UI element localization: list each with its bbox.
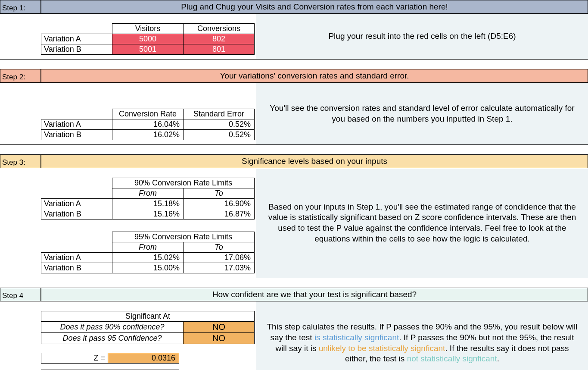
step2-label: Step 2:: [0, 69, 41, 83]
conversions-input[interactable]: 801: [184, 44, 255, 55]
limits90-title: 90% Conversion Rate Limits: [112, 178, 255, 188]
step4-header: Step 4 How confident are we that your te…: [0, 288, 588, 301]
header-from: From: [112, 242, 184, 253]
step2-header: Step 2: Your variations' conversion rate…: [0, 69, 588, 83]
step4-banner: How confident are we that your test is s…: [41, 288, 588, 301]
a90: NO: [184, 322, 255, 333]
to-cell: 17.06%: [184, 253, 255, 263]
table-row: Does it pass 90% confidence? NO: [41, 322, 255, 333]
table-row: Variation B 5001 801: [41, 44, 255, 55]
step3-header: Step 3: Significance levels based on you…: [0, 154, 588, 168]
step1-input-table: Visitors Conversions Variation A 5000 80…: [41, 23, 255, 55]
table-row: Variation A 16.04% 0.52%: [41, 119, 255, 130]
step1-label: Step 1:: [0, 0, 41, 14]
z-label: Z =: [41, 353, 108, 364]
table-row: Variation A 5000 802: [41, 34, 255, 44]
step3-banner: Significance levels based on your inputs: [41, 154, 588, 168]
step2-banner: Your variations' conversion rates and st…: [41, 69, 588, 83]
table-row: Variation A 15.18% 16.90%: [41, 199, 255, 209]
variation-label: Variation B: [41, 44, 112, 55]
se-cell: 0.52%: [184, 119, 255, 130]
to-cell: 17.03%: [184, 263, 255, 273]
q95: Does it pass 95 Confidence?: [41, 333, 184, 344]
step1-banner: Plug and Chug your Visits and Conversion…: [41, 0, 588, 14]
step3-description: Based on your inputs in Step 1, you'll s…: [256, 168, 588, 278]
step4-body: Significant At Does it pass 90% confiden…: [0, 301, 588, 370]
limits95-title: 95% Conversion Rate Limits: [112, 232, 255, 242]
rate-cell: 16.04%: [112, 119, 184, 130]
q90: Does it pass 90% confidence?: [41, 322, 184, 333]
to-cell: 16.87%: [184, 209, 255, 219]
table-row: Variation B 15.16% 16.87%: [41, 209, 255, 219]
limits95-table: 95% Conversion Rate Limits From To Varia…: [41, 232, 255, 273]
variation-label: Variation B: [41, 130, 112, 140]
header-to: To: [184, 188, 255, 199]
table-row: Does it pass 95 Confidence? NO: [41, 333, 255, 344]
variation-label: Variation A: [41, 199, 112, 209]
to-cell: 16.90%: [184, 199, 255, 209]
desc-text: .: [497, 354, 499, 363]
table-row: Variation A 15.02% 17.06%: [41, 253, 255, 263]
variation-label: Variation B: [41, 263, 112, 273]
z-row: Z = 0.0316: [41, 353, 179, 364]
step2-table: Conversion Rate Standard Error Variation…: [41, 109, 255, 140]
from-cell: 15.16%: [112, 209, 184, 219]
visitors-input[interactable]: 5000: [112, 34, 184, 44]
header-conversions: Conversions: [184, 24, 255, 34]
table-row: Variation B 15.00% 17.03%: [41, 263, 255, 273]
step2-body: Conversion Rate Standard Error Variation…: [0, 83, 588, 145]
from-cell: 15.18%: [112, 199, 184, 209]
se-cell: 0.52%: [184, 130, 255, 140]
desc-unlikely: unlikely to be statistically signficant: [319, 344, 445, 353]
limits90-table: 90% Conversion Rate Limits From To Varia…: [41, 178, 255, 219]
step4-label: Step 4: [0, 288, 41, 301]
significance-table: Significant At Does it pass 90% confiden…: [41, 311, 255, 344]
step4-description: This step calulates the results. If P pa…: [256, 301, 588, 370]
header-from: From: [112, 188, 184, 199]
step1-description: Plug your result into the red cells on t…: [256, 14, 588, 59]
header-se: Standard Error: [184, 109, 255, 119]
from-cell: 15.00%: [112, 263, 184, 273]
variation-label: Variation B: [41, 209, 112, 219]
variation-label: Variation A: [41, 34, 112, 44]
from-cell: 15.02%: [112, 253, 184, 263]
rate-cell: 16.02%: [112, 130, 184, 140]
a95: NO: [184, 333, 255, 344]
header-to: To: [184, 242, 255, 253]
header-visitors: Visitors: [112, 24, 184, 34]
header-rate: Conversion Rate: [112, 109, 184, 119]
step2-description: You'll see the conversion rates and stan…: [256, 83, 588, 144]
table-row: Variation B 16.02% 0.52%: [41, 130, 255, 140]
variation-label: Variation A: [41, 253, 112, 263]
variation-label: Variation A: [41, 119, 112, 130]
desc-notsig: not statistically signficant: [407, 354, 497, 363]
desc-sig: is statistically signficant: [314, 333, 399, 342]
step1-body: Visitors Conversions Variation A 5000 80…: [0, 14, 588, 60]
step1-header: Step 1: Plug and Chug your Visits and Co…: [0, 0, 588, 14]
step3-body: 90% Conversion Rate Limits From To Varia…: [0, 168, 588, 278]
visitors-input[interactable]: 5001: [112, 44, 184, 55]
step3-label: Step 3:: [0, 154, 41, 168]
sig-title: Significant At: [41, 311, 255, 322]
conversions-input[interactable]: 802: [184, 34, 255, 44]
z-value: 0.0316: [108, 353, 179, 364]
